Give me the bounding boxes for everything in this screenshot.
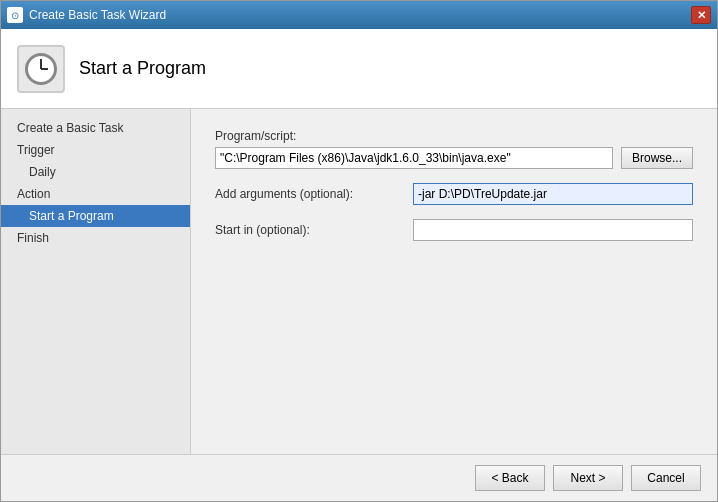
sidebar-item-start-a-program[interactable]: Start a Program — [1, 205, 190, 227]
program-script-input-row: Browse... — [215, 147, 693, 169]
program-script-input[interactable] — [215, 147, 613, 169]
start-in-input[interactable] — [413, 219, 693, 241]
browse-button[interactable]: Browse... — [621, 147, 693, 169]
start-in-row: Start in (optional): — [215, 219, 693, 241]
sidebar-item-daily[interactable]: Daily — [1, 161, 190, 183]
next-button[interactable]: Next > — [553, 465, 623, 491]
sidebar-item-trigger[interactable]: Trigger — [1, 139, 190, 161]
sidebar-item-finish[interactable]: Finish — [1, 227, 190, 249]
window-body: Start a Program Create a Basic Task Trig… — [1, 29, 717, 501]
sidebar-item-create-basic-task[interactable]: Create a Basic Task — [1, 117, 190, 139]
page-title: Start a Program — [79, 58, 206, 79]
program-script-label: Program/script: — [215, 129, 693, 143]
title-bar-left: ⊙ Create Basic Task Wizard — [7, 7, 166, 23]
program-script-row: Program/script: Browse... — [215, 129, 693, 169]
sidebar-item-action[interactable]: Action — [1, 183, 190, 205]
start-in-label: Start in (optional): — [215, 223, 405, 237]
wizard-window: ⊙ Create Basic Task Wizard ✕ Start a Pro… — [0, 0, 718, 502]
arguments-input[interactable] — [413, 183, 693, 205]
arguments-row: Add arguments (optional): — [215, 183, 693, 205]
main-content: Create a Basic Task Trigger Daily Action… — [1, 109, 717, 454]
cancel-button[interactable]: Cancel — [631, 465, 701, 491]
header-icon — [17, 45, 65, 93]
close-button[interactable]: ✕ — [691, 6, 711, 24]
clock-icon — [25, 53, 57, 85]
footer: < Back Next > Cancel — [1, 454, 717, 501]
header-section: Start a Program — [1, 29, 717, 109]
content-area: Program/script: Browse... Add arguments … — [191, 109, 717, 454]
arguments-label: Add arguments (optional): — [215, 187, 405, 201]
window-title: Create Basic Task Wizard — [29, 8, 166, 22]
title-bar: ⊙ Create Basic Task Wizard ✕ — [1, 1, 717, 29]
sidebar: Create a Basic Task Trigger Daily Action… — [1, 109, 191, 454]
back-button[interactable]: < Back — [475, 465, 545, 491]
app-icon: ⊙ — [7, 7, 23, 23]
